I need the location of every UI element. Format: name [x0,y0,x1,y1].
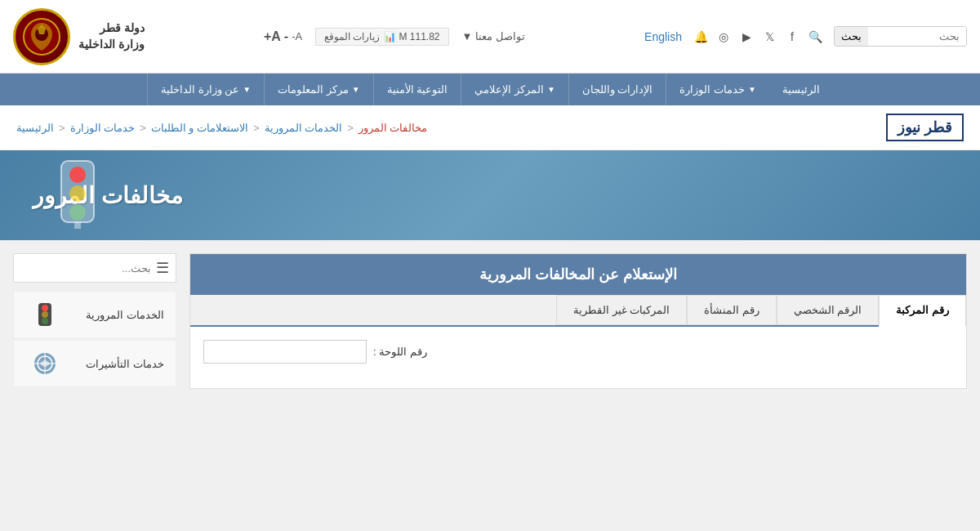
sidebar-menu-icon[interactable]: ☰ [156,259,169,277]
qatar-news-box[interactable]: قطر نيوز [886,114,964,141]
nav-arrow-services: ▼ [748,85,756,94]
tab-personal-number[interactable]: الرقم الشخصي [777,295,880,325]
visits-count: 111.82 M [399,31,440,42]
nav-item-about[interactable]: ▼ عن وزارة الداخلية [147,74,264,105]
font-decrease-button[interactable]: -A [292,30,302,42]
svg-rect-6 [74,222,81,229]
nav-item-departments[interactable]: الإدارات واللجان [568,74,666,105]
form-row-plate: رقم اللوحة : [203,340,953,364]
font-increase-button[interactable]: +A [264,29,281,44]
sidebar-visa-icon [32,350,58,377]
svg-point-9 [42,311,48,318]
youtube-icon[interactable]: ▶ [737,28,755,46]
sidebar-visa-label: خدمات التأشيرات [86,358,164,370]
logo-line2: وزارة الداخلية [78,37,145,53]
font-size-controls: +A - -A [264,29,302,44]
breadcrumb-sidebar: قطر نيوز [886,114,964,141]
english-link[interactable]: English [644,30,682,43]
twitter-icon[interactable]: 𝕏 [760,28,778,46]
nav-label-home: الرئيسية [782,83,820,96]
contact-label: تواصل معنا [475,30,525,42]
plate-number-input[interactable] [203,340,367,364]
breadcrumb-traffic-services[interactable]: الخدمات المرورية [265,122,343,134]
sidebar: ☰ الخدمات المرورية خدمات التأشيرات [13,253,176,389]
form-area: الإستعلام عن المخالفات المرورية رقم المر… [189,253,967,389]
sidebar-search: ☰ [13,253,176,283]
tab-vehicle-number[interactable]: رقم المركبة [879,295,966,327]
nav-item-security[interactable]: التوعية الأمنية [373,74,461,105]
top-search-button[interactable]: بحث [835,27,868,46]
top-search-box: بحث [834,26,967,47]
tab-facility-number[interactable]: رقم المنشأة [687,295,777,325]
logo-svg [21,16,62,57]
nav-arrow-media: ▼ [547,85,555,94]
breadcrumb-sep-3: < [140,122,146,134]
nav-item-home[interactable]: الرئيسية [769,74,833,105]
nav-label-info: مركز المعلومات [278,83,349,96]
form-header: الإستعلام عن المخالفات المرورية [190,254,966,295]
form-body: رقم اللوحة : [190,327,966,386]
breadcrumb-sep-4: < [59,122,65,134]
svg-point-4 [69,185,86,202]
top-bar: English 🔔 ◎ ▶ 𝕏 f 🔍 بحث +A - -A 111.82 M… [0,0,980,74]
nav-item-services[interactable]: ▼ خدمات الوزارة [666,74,769,105]
visits-counter: 111.82 M 📊 زيارات الموقع [315,28,448,46]
visits-label: زيارات الموقع [324,31,380,42]
sidebar-item-traffic-services[interactable]: الخدمات المرورية [13,291,176,338]
traffic-banner: مخالفات المرور [0,150,980,240]
notification-icon[interactable]: 🔔 [692,28,710,46]
logo-line1: دولة قطر [78,20,145,37]
breadcrumb-bar: قطر نيوز مخالفات المرور < الخدمات المرور… [0,105,980,150]
top-search-input[interactable] [868,27,966,46]
nav-label-about: عن وزارة الداخلية [161,83,239,96]
svg-point-10 [42,318,48,324]
breadcrumb-ministry-services[interactable]: خدمات الوزارة [70,122,136,134]
breadcrumb-home[interactable]: الرئيسية [16,122,54,134]
svg-point-5 [69,204,86,221]
logo-text: دولة قطر وزارة الداخلية [78,20,145,52]
sidebar-traffic-label: الخدمات المرورية [86,309,164,321]
svg-point-3 [69,167,86,183]
facebook-icon[interactable]: f [783,28,801,46]
nav-label-services: خدمات الوزارة [679,83,745,96]
qatar-logo [13,8,70,65]
logo-area: دولة قطر وزارة الداخلية [13,8,145,65]
contact-arrow-icon: ▼ [462,30,473,42]
tab-bar: رقم المركبة الرقم الشخصي رقم المنشأة الم… [190,295,966,327]
nav-label-departments: الإدارات واللجان [582,83,653,96]
breadcrumb-current: مخالفات المرور [359,122,428,134]
main-content: الإستعلام عن المخالفات المرورية رقم المر… [0,240,980,402]
nav-arrow-about: ▼ [243,85,251,94]
traffic-light-svg [49,157,106,230]
nav-arrow-info: ▼ [352,85,360,94]
breadcrumb-sep-1: < [347,122,354,134]
tab-non-qatari[interactable]: المركبات غير القطرية [556,295,687,325]
plate-label: رقم اللوحة : [373,346,427,358]
nav-item-media[interactable]: ▼ المركز الإعلامي [461,74,568,105]
top-center: +A - -A 111.82 M 📊 زيارات الموقع ▼ تواصل… [264,28,525,46]
bar-chart-icon: 📊 [384,31,396,42]
breadcrumb-sep-2: < [253,122,260,134]
breadcrumb-sep-0 [432,122,467,134]
sidebar-traffic-icon [32,301,58,328]
top-bar-left: English 🔔 ◎ ▶ 𝕏 f 🔍 بحث [644,26,967,47]
font-separator: - [284,29,288,44]
social-icons: 🔔 ◎ ▶ 𝕏 f 🔍 [692,28,824,46]
svg-point-8 [42,305,48,311]
search-icon[interactable]: 🔍 [806,28,824,46]
contact-button[interactable]: ▼ تواصل معنا [462,30,526,42]
sidebar-item-visa-services[interactable]: خدمات التأشيرات [13,340,176,387]
breadcrumb-inquiries[interactable]: الاستعلامات و الطلبات [151,122,248,134]
nav-item-info[interactable]: ▼ مركز المعلومات [264,74,373,105]
nav-bar: الرئيسية ▼ خدمات الوزارة الإدارات واللجا… [0,74,980,105]
traffic-light-icon [49,157,106,234]
nav-label-security: التوعية الأمنية [387,83,448,96]
instagram-icon[interactable]: ◎ [715,28,733,46]
sidebar-search-input[interactable] [14,262,151,274]
nav-label-media: المركز الإعلامي [474,83,544,96]
